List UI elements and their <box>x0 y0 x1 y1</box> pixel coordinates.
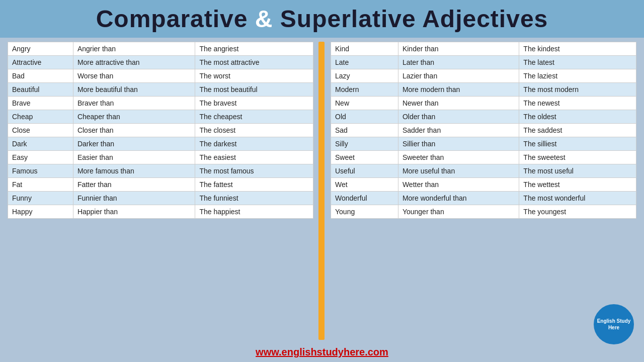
table-cell: The newest <box>519 97 636 110</box>
table-row: AngryAngrier thanThe angriest <box>8 42 313 56</box>
table-cell: Wet <box>331 178 398 192</box>
title-ampersand: & <box>255 6 273 32</box>
table-row: AttractiveMore attractive thanThe most a… <box>8 56 313 69</box>
table-cell: The happiest <box>195 205 313 219</box>
table-cell: Easier than <box>73 151 195 164</box>
table-row: SillySillier thanThe silliest <box>331 137 636 151</box>
website-link[interactable]: www.englishstudyhere.com <box>256 346 388 357</box>
table-cell: The latest <box>519 56 636 69</box>
left-table: AngryAngrier thanThe angriestAttractiveM… <box>8 42 313 219</box>
table-cell: The silliest <box>519 137 636 151</box>
table-row: EasyEasier thanThe easiest <box>8 151 313 164</box>
table-cell: Easy <box>8 151 73 164</box>
table-cell: The oldest <box>519 110 636 124</box>
table-cell: Beautiful <box>8 83 73 97</box>
table-cell: Close <box>8 124 73 137</box>
table-cell: New <box>331 97 398 110</box>
page-footer: www.englishstudyhere.com <box>256 344 388 362</box>
table-cell: Kind <box>331 42 398 56</box>
logo-line1: English Study <box>597 318 631 324</box>
table-cell: Older than <box>398 110 519 124</box>
table-cell: Wetter than <box>398 178 519 192</box>
table-cell: The kindest <box>519 42 636 56</box>
table-row: BadWorse thanThe worst <box>8 69 313 83</box>
table-row: SweetSweeter thanThe sweetest <box>331 151 636 164</box>
table-row: OldOlder thanThe oldest <box>331 110 636 124</box>
table-cell: Famous <box>8 164 73 178</box>
table-cell: Sweeter than <box>398 151 519 164</box>
table-cell: The laziest <box>519 69 636 83</box>
logo-line2: Here <box>608 324 619 331</box>
table-cell: Worse than <box>73 69 195 83</box>
table-cell: Funnier than <box>73 192 195 205</box>
table-divider <box>318 42 326 340</box>
table-cell: The closest <box>195 124 313 137</box>
table-cell: The most useful <box>519 164 636 178</box>
table-cell: Bad <box>8 69 73 83</box>
table-row: FatFatter thanThe fattest <box>8 178 313 192</box>
table-row: FamousMore famous thanThe most famous <box>8 164 313 178</box>
left-table-wrapper: AngryAngrier thanThe angriestAttractiveM… <box>8 42 313 340</box>
right-table: KindKinder thanThe kindestLateLater than… <box>331 42 636 219</box>
table-cell: The saddest <box>519 124 636 137</box>
table-row: ModernMore modern thanThe most modern <box>331 83 636 97</box>
yellow-divider-bar <box>318 42 325 340</box>
table-cell: More useful than <box>398 164 519 178</box>
table-cell: Cheap <box>8 110 73 124</box>
table-row: NewNewer thanThe newest <box>331 97 636 110</box>
table-cell: The worst <box>195 69 313 83</box>
table-row: CloseCloser thanThe closest <box>8 124 313 137</box>
table-cell: Late <box>331 56 398 69</box>
table-cell: Dark <box>8 137 73 151</box>
table-row: CheapCheaper thanThe cheapest <box>8 110 313 124</box>
table-cell: The darkest <box>195 137 313 151</box>
right-table-wrapper: KindKinder thanThe kindestLateLater than… <box>331 42 636 340</box>
table-cell: Newer than <box>398 97 519 110</box>
table-cell: The most famous <box>195 164 313 178</box>
page-header: Comparative & Superlative Adjectives <box>0 0 644 38</box>
table-cell: Brave <box>8 97 73 110</box>
table-cell: The funniest <box>195 192 313 205</box>
table-cell: More modern than <box>398 83 519 97</box>
table-cell: Fat <box>8 178 73 192</box>
table-cell: Fatter than <box>73 178 195 192</box>
table-row: UsefulMore useful thanThe most useful <box>331 164 636 178</box>
table-cell: Silly <box>331 137 398 151</box>
table-cell: The fattest <box>195 178 313 192</box>
title-part1: Comparative <box>96 6 248 32</box>
table-cell: Later than <box>398 56 519 69</box>
table-cell: Wonderful <box>331 192 398 205</box>
table-cell: Darker than <box>73 137 195 151</box>
table-cell: The cheapest <box>195 110 313 124</box>
table-cell: The easiest <box>195 151 313 164</box>
table-cell: Happy <box>8 205 73 219</box>
table-cell: Kinder than <box>398 42 519 56</box>
table-row: DarkDarker thanThe darkest <box>8 137 313 151</box>
table-row: KindKinder thanThe kindest <box>331 42 636 56</box>
table-cell: The most wonderful <box>519 192 636 205</box>
table-row: WetWetter thanThe wettest <box>331 178 636 192</box>
table-cell: Closer than <box>73 124 195 137</box>
table-cell: Braver than <box>73 97 195 110</box>
table-cell: Sillier than <box>398 137 519 151</box>
table-cell: Old <box>331 110 398 124</box>
table-cell: The angriest <box>195 42 313 56</box>
table-cell: The most beautiful <box>195 83 313 97</box>
table-cell: More famous than <box>73 164 195 178</box>
table-cell: Younger than <box>398 205 519 219</box>
table-cell: Cheaper than <box>73 110 195 124</box>
site-logo: English Study Here <box>594 304 634 344</box>
table-cell: The youngest <box>519 205 636 219</box>
table-cell: Sweet <box>331 151 398 164</box>
table-cell: Sad <box>331 124 398 137</box>
table-cell: Angrier than <box>73 42 195 56</box>
table-row: SadSadder thanThe saddest <box>331 124 636 137</box>
table-cell: Useful <box>331 164 398 178</box>
table-cell: More wonderful than <box>398 192 519 205</box>
table-cell: Young <box>331 205 398 219</box>
table-row: HappyHappier thanThe happiest <box>8 205 313 219</box>
table-row: LateLater thanThe latest <box>331 56 636 69</box>
main-content: AngryAngrier thanThe angriestAttractiveM… <box>0 38 644 344</box>
table-row: YoungYounger thanThe youngest <box>331 205 636 219</box>
table-row: BeautifulMore beautiful thanThe most bea… <box>8 83 313 97</box>
